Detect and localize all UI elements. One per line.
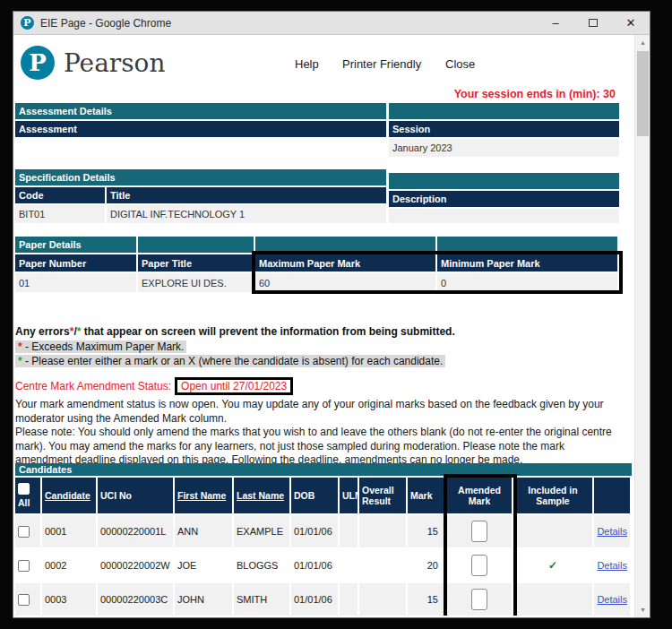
dob-cell: 01/01/06 [291,549,338,582]
printer-friendly-link[interactable]: Printer Friendly [342,57,421,71]
session-header-empty [389,103,619,119]
status-annotation-box: Open until 27/01/2023 [175,377,293,395]
amended-mark-cell [447,549,512,582]
window-titlebar: P EIE Page - Google Chrome – ✕ [13,12,650,35]
candidate-sort-link[interactable]: Candidate [45,490,93,501]
check-icon: ✓ [548,559,557,572]
last-name-sort-link[interactable]: Last Name [237,490,287,501]
amended-mark-cell [447,583,512,616]
max-paper-mark-value: 60 [255,273,435,292]
candidate-number-cell: 0002 [42,549,96,582]
page-body: P Pearson Help Printer Friendly Close Yo… [15,37,633,616]
last-name-cell: EXAMPLE [234,515,289,547]
error-note-max-mark-text: - Exceeds Maximum Paper Mark. [22,340,185,353]
uci-cell: 00000220001L [98,515,173,547]
amendment-paragraph-1: Your mark amendment status is now open. … [15,398,623,426]
description-label: Description [389,191,619,207]
amended-mark-input[interactable] [471,589,487,610]
first-name-cell: JOHN [175,583,232,616]
uci-cell: 00000220003C [98,583,173,616]
uln-label: ULN [342,490,355,501]
paper-header-spacer-2 [255,237,435,253]
row-checkbox[interactable] [18,560,30,572]
uci-column-header: UCI No [98,478,173,513]
paper-number-value: 01 [15,273,136,292]
error-note-max-mark: * - Exceeds Maximum Paper Mark. [15,340,186,353]
overall-result-label: Overall Result [362,485,403,506]
last-name-cell: BLOGGS [234,549,289,582]
select-all-header: All [15,478,40,513]
included-in-sample-column-header: Included in Sample [513,478,592,513]
row-checkbox[interactable] [18,594,30,606]
overall-result-cell [359,515,406,547]
title-value: DIGITAL INF.TECHNOLOGY 1 [107,205,386,223]
dob-cell: 01/01/06 [291,515,338,547]
select-all-checkbox[interactable] [18,483,30,495]
candidate-number-cell: 0003 [42,583,96,616]
mark-cell: 15 [408,583,445,616]
uci-label: UCI No [100,490,170,501]
code-value: BIT01 [15,205,105,223]
scroll-up-icon[interactable]: ▲ [635,36,650,49]
details-link[interactable]: Details [597,526,627,537]
first-name-cell: ANN [175,515,232,547]
vertical-scrollbar[interactable]: ▲ ▼ [634,35,650,617]
paper-number-header: Paper Number [15,254,136,271]
candidate-column-header: Candidate [42,478,96,513]
first-name-sort-link[interactable]: First Name [177,490,229,501]
amended-mark-input[interactable] [471,521,487,542]
included-in-sample-cell [513,515,592,547]
paper-details-section: Paper Details Paper Number Paper Title M… [15,237,621,294]
browser-window: P EIE Page - Google Chrome – ✕ P Pearson… [13,11,650,618]
included-in-sample-label: Included in Sample [516,485,590,506]
overall-result-cell [359,583,406,616]
overall-result-cell [359,549,406,582]
amended-mark-input[interactable] [471,555,487,576]
help-link[interactable]: Help [295,57,319,71]
close-link[interactable]: Close [445,57,475,71]
last-name-column-header: Last Name [234,478,289,513]
description-header-empty [389,173,619,189]
included-in-sample-cell: ✓ [513,549,592,582]
minimize-icon[interactable]: – [537,12,574,35]
dob-column-header: DOB [291,478,338,513]
row-select-cell [15,515,40,547]
mark-label: Mark [410,490,443,501]
candidate-number-cell: 0001 [42,515,96,547]
overall-result-column-header: Overall Result [359,478,406,513]
error-intro-suffix: that appear on screen will prevent the i… [81,325,454,338]
assessment-details-header: Assessment Details [15,103,386,119]
assessment-value-empty [15,139,386,157]
amendment-status-value: Open until 27/01/2023 [181,380,287,392]
uln-cell [340,583,358,616]
amendment-status-section: Centre Mark Amendment Status: Open until… [15,377,623,468]
amendment-status-line: Centre Mark Amendment Status: Open until… [15,377,623,395]
close-icon[interactable]: ✕ [612,12,650,35]
dob-label: DOB [294,490,335,501]
error-key-section: Any errors*/* that appear on screen will… [15,325,625,369]
scroll-down-icon[interactable]: ▼ [635,603,650,616]
dob-cell: 01/01/06 [291,583,338,616]
uci-cell: 00000220002W [98,549,173,582]
row-select-cell [15,583,40,616]
title-column-header: Title [107,187,386,203]
maximize-glyph [589,19,598,27]
session-value: January 2023 [389,139,619,157]
amendment-paragraph-2: Please note: You should only amend the m… [15,426,623,468]
scrollbar-thumb[interactable] [637,51,649,136]
amended-mark-column-header: Amended Mark [447,478,512,513]
paper-details-header: Paper Details [15,237,136,253]
paper-header-spacer-3 [437,237,617,253]
page-content: P Pearson Help Printer Friendly Close Yo… [13,35,650,617]
row-checkbox[interactable] [18,526,30,538]
amendment-status-label: Centre Mark Amendment Status: [15,380,171,392]
details-link[interactable]: Details [597,594,627,605]
candidates-header: Candidates [15,463,632,476]
min-paper-mark-header: Minimum Paper Mark [437,254,617,271]
screenshot-frame: P EIE Page - Google Chrome – ✕ P Pearson… [0,0,672,629]
table-row: 0002 00000220002W JOE BLOGGS 01/01/06 20… [15,549,632,582]
details-link[interactable]: Details [597,560,627,571]
max-paper-mark-header: Maximum Paper Mark [255,254,435,271]
candidates-section: Candidates All Candidate UCI No First Na… [15,463,632,616]
maximize-icon[interactable] [574,12,612,35]
